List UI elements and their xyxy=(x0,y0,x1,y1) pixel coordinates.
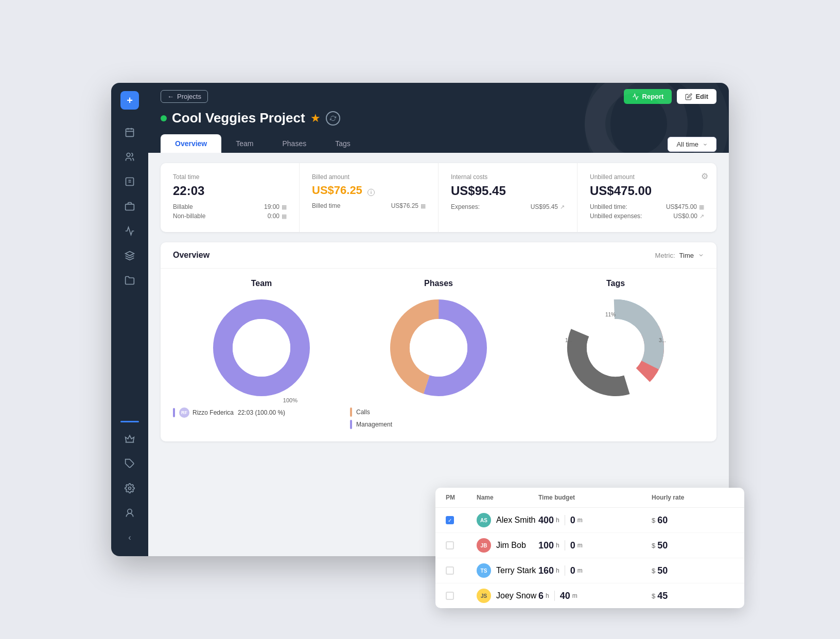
unbilled-time-value-row: US$475.00 ▦ xyxy=(666,203,704,210)
phases-donut-svg xyxy=(387,296,490,399)
budget-sep-alex xyxy=(565,515,565,525)
legend-color-management xyxy=(350,420,352,429)
overview-header: Overview Metric: Time xyxy=(161,242,716,269)
budget-m-joey: 40 xyxy=(560,591,570,601)
budget-sep-jim xyxy=(565,540,565,551)
legend-color-calls xyxy=(350,407,352,417)
billed-amount-value: US$76.25 i xyxy=(312,184,426,197)
sidebar-bottom: ‹ xyxy=(119,419,140,548)
tag-label-1: 1... xyxy=(565,338,572,343)
sidebar-item-puzzle[interactable] xyxy=(119,453,140,474)
tab-phases[interactable]: Phases xyxy=(268,134,321,153)
checkbox-terry[interactable] xyxy=(446,566,454,575)
billable-value: 19:00 xyxy=(264,203,279,210)
sidebar-item-crown[interactable] xyxy=(119,429,140,449)
expenses-label: Expenses: xyxy=(451,203,480,210)
billable-value-row: 19:00 ▦ xyxy=(264,203,287,210)
sidebar-collapse-button[interactable]: ‹ xyxy=(119,527,140,548)
team-pct-label: 100% xyxy=(283,397,297,403)
stat-total-time: Total time 22:03 Billable 19:00 ▦ Non-bi… xyxy=(161,163,300,232)
charts-row: Team 100% RF xyxy=(161,269,716,441)
billed-amount-label: Billed amount xyxy=(312,173,426,181)
sync-icon[interactable] xyxy=(326,111,340,126)
legend-item-calls: Calls xyxy=(350,407,527,417)
sidebar-item-folder[interactable] xyxy=(119,270,140,291)
sidebar-item-chart[interactable] xyxy=(119,221,140,241)
budget-alex: 400 h 0 m xyxy=(538,515,652,526)
budget-m-alex: 0 xyxy=(570,515,575,526)
unbilled-expenses-value: US$0.00 xyxy=(673,212,697,220)
name-label-terry: Terry Stark xyxy=(496,566,536,575)
tab-team[interactable]: Team xyxy=(221,134,268,153)
budget-m-terry: 0 xyxy=(570,565,575,576)
svg-point-17 xyxy=(410,319,467,377)
sidebar-item-calendar[interactable] xyxy=(119,122,140,143)
export-icon-expenses[interactable]: ↗ xyxy=(560,204,565,210)
chart-tags: Tags xyxy=(527,279,704,429)
popup-row-alex: ✓ AS Alex Smith 400 h 0 m $ 60 xyxy=(435,508,744,533)
gear-icon[interactable]: ⚙ xyxy=(701,171,708,181)
rate-val-jim: 50 xyxy=(657,540,668,551)
team-donut-svg xyxy=(210,296,313,399)
info-icon-billed[interactable]: i xyxy=(367,189,375,196)
sidebar-item-document[interactable] xyxy=(119,171,140,192)
tags-donut: 11% 1... 3... xyxy=(564,296,667,399)
sidebar-item-user[interactable] xyxy=(119,503,140,523)
svg-point-12 xyxy=(128,509,132,513)
header-top: ← Projects Report Edit xyxy=(161,89,716,104)
internal-costs-label: Internal costs xyxy=(451,173,565,181)
tab-tags[interactable]: Tags xyxy=(321,134,365,153)
sidebar-item-users[interactable] xyxy=(119,147,140,167)
copy-icon-nonbillable[interactable]: ▦ xyxy=(282,213,287,220)
export-icon-unbilled[interactable]: ↗ xyxy=(699,213,704,220)
sidebar-item-briefcase[interactable] xyxy=(119,196,140,217)
add-button[interactable]: + xyxy=(120,91,139,110)
rate-sym-joey: $ xyxy=(652,592,655,600)
copy-icon-unbilled[interactable]: ▦ xyxy=(699,204,704,210)
copy-icon-billable[interactable]: ▦ xyxy=(282,204,287,210)
copy-icon-billed-time[interactable]: ▦ xyxy=(421,203,426,209)
time-filter-button[interactable]: All time xyxy=(668,137,716,152)
svg-marker-9 xyxy=(126,252,134,256)
unbilled-expenses-value-row: US$0.00 ↗ xyxy=(673,212,704,220)
sidebar-item-settings[interactable] xyxy=(119,478,140,499)
star-icon: ★ xyxy=(310,112,321,125)
metric-value[interactable]: Time xyxy=(679,252,694,259)
tab-overview[interactable]: Overview xyxy=(161,134,221,153)
checkbox-jim[interactable] xyxy=(446,541,454,549)
name-joey: JS Joey Snow xyxy=(477,589,538,603)
edit-label: Edit xyxy=(695,93,708,100)
sidebar-divider xyxy=(120,421,139,422)
svg-rect-0 xyxy=(126,129,134,136)
budget-m-unit-jim: m xyxy=(577,542,583,549)
metric-label: Metric: xyxy=(655,252,675,259)
name-label-jim: Jim Bob xyxy=(496,541,526,550)
edit-icon xyxy=(685,93,692,100)
edit-button[interactable]: Edit xyxy=(677,89,716,104)
rate-val-terry: 50 xyxy=(657,565,668,576)
name-label-alex: Alex Smith xyxy=(496,516,535,525)
checkbox-joey[interactable] xyxy=(446,592,454,600)
name-jim: JB Jim Bob xyxy=(477,538,538,553)
report-button[interactable]: Report xyxy=(624,89,672,104)
popup-row-terry: TS Terry Stark 160 h 0 m $ 50 xyxy=(435,558,744,583)
expenses-row: Expenses: US$95.45 ↗ xyxy=(451,203,565,210)
budget-h-unit-jim: h xyxy=(556,542,559,549)
unbilled-time-value: US$475.00 xyxy=(666,203,697,210)
budget-h-unit-terry: h xyxy=(556,567,559,574)
legend-item-management: Management xyxy=(350,420,527,429)
total-time-label: Total time xyxy=(173,173,287,181)
col-pm: PM xyxy=(446,494,477,501)
unbilled-amount-label: Unbilled amount xyxy=(590,173,704,181)
name-alex: AS Alex Smith xyxy=(477,513,538,527)
rate-joey: $ 45 xyxy=(652,591,734,601)
checkbox-alex[interactable]: ✓ xyxy=(446,516,454,524)
team-legend: RF Rizzo Federica 22:03 (100.00 %) xyxy=(173,407,350,418)
sidebar-item-layers[interactable] xyxy=(119,245,140,266)
rate-alex: $ 60 xyxy=(652,515,734,526)
avatar-terry: TS xyxy=(477,563,491,578)
expenses-value: US$95.45 xyxy=(531,203,558,210)
metric-selector: Metric: Time xyxy=(655,252,704,259)
tabs-left: Overview Team Phases Tags xyxy=(161,134,365,153)
back-button[interactable]: ← Projects xyxy=(161,90,208,103)
